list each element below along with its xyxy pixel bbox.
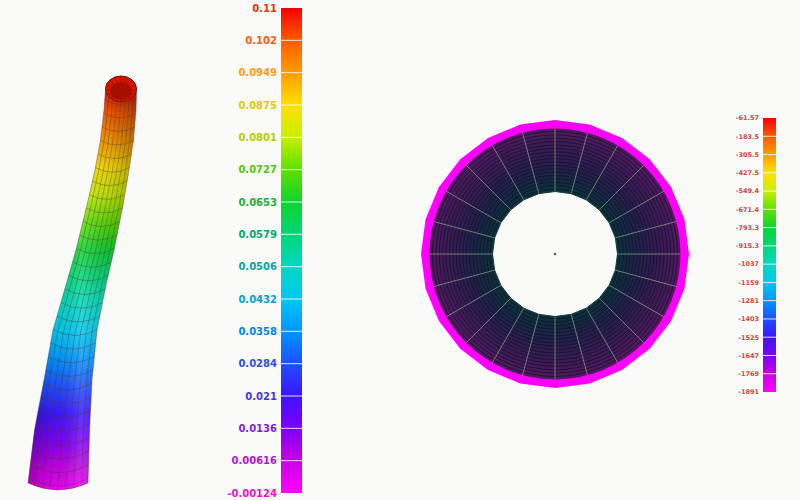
colorbar-label: 0.0432 [238,294,277,305]
ring-center-dot [554,253,557,256]
annulus-contour-view[interactable] [421,120,689,388]
colorbar-strip [763,118,776,392]
colorbar-label: -1159 [738,279,759,287]
colorbar-label: 0.0727 [238,164,277,175]
tube-contour-view[interactable] [28,76,137,490]
colorbar-label: -793.3 [736,224,759,232]
colorbar-label: 0.0579 [238,229,277,240]
colorbar-label: -549.4 [736,187,760,195]
contour-scene: 0.110.1020.09490.08750.08010.07270.06530… [0,0,800,500]
colorbar-label: -1037 [738,260,759,268]
colorbar-label: 0.0875 [238,100,277,111]
colorbar-label: 0.0284 [238,358,277,369]
colorbar-label: -427.5 [736,169,760,177]
colorbar-label: -1769 [738,370,759,378]
tube-rim-cavity [110,82,132,100]
colorbar-label: -671.4 [736,206,760,214]
colorbar-label: 0.0506 [238,261,277,272]
colorbar-label: 0.0358 [238,326,277,337]
colorbar-label: 0.0136 [238,423,277,434]
colorbar-label: -1281 [738,297,759,305]
colorbar-label: 0.00616 [231,455,277,466]
colorbar-label: 0.0801 [238,132,277,143]
colorbar-label: -61.57 [736,114,759,122]
colorbar-label: -0.00124 [227,488,277,499]
colorbar-label: -183.5 [736,133,760,141]
colorbar-strip [281,8,302,493]
colorbar-label: -305.5 [736,151,760,159]
right-colorbar: -61.57-183.5-305.5-427.5-549.4-671.4-793… [736,114,776,396]
colorbar-label: -1647 [738,352,759,360]
colorbar-label: 0.0653 [238,197,277,208]
colorbar-label: -1525 [738,334,759,342]
colorbar-label: -1891 [738,388,759,396]
colorbar-label: 0.0949 [238,67,277,78]
colorbar-label: 0.11 [252,3,277,14]
colorbar-label: -915.3 [736,242,759,250]
colorbar-label: -1403 [738,315,759,323]
left-colorbar: 0.110.1020.09490.08750.08010.07270.06530… [227,3,302,499]
colorbar-label: 0.021 [245,391,277,402]
viewport: 0.110.1020.09490.08750.08010.07270.06530… [0,0,800,500]
colorbar-label: 0.102 [245,35,277,46]
